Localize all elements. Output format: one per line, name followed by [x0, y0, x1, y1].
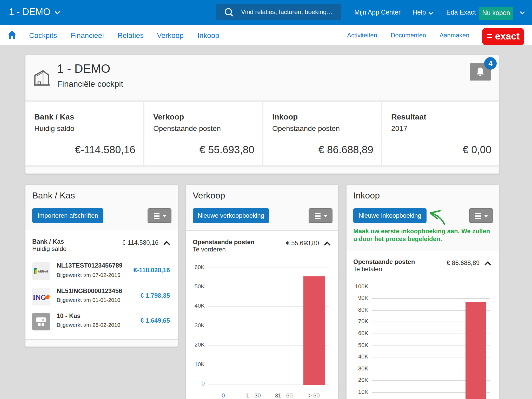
- svg-text:ABN·AMR: ABN·AMR: [38, 270, 48, 273]
- svg-text:ING: ING: [33, 293, 46, 301]
